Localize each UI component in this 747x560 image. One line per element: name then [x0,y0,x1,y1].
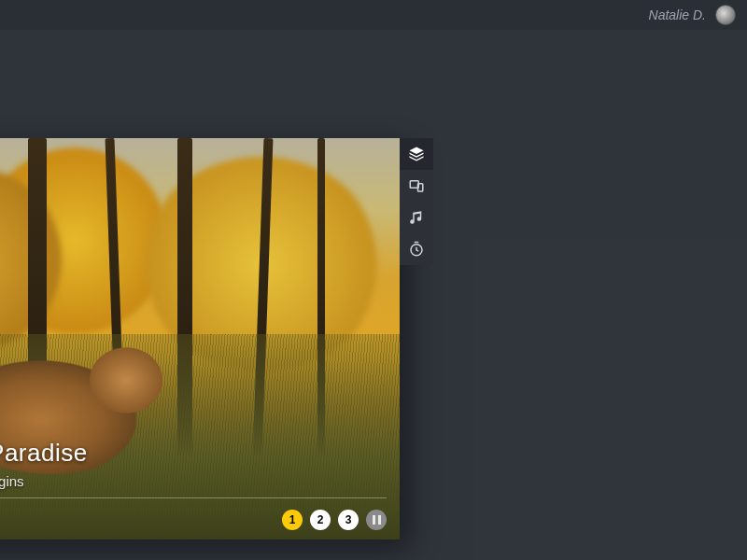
page-button-2[interactable]: 2 [310,510,331,530]
slide-panel: Backyard Is Paradise Wildlife Photograph… [0,138,400,539]
tool-layers[interactable] [400,138,433,170]
devices-icon [408,177,425,194]
tool-music[interactable] [400,202,433,233]
user-name[interactable]: Natalie D. [649,7,706,22]
music-icon [408,209,425,226]
slide-pager: 1 2 3 [282,510,387,530]
slide-title: Backyard Is Paradise [0,439,400,468]
avatar[interactable] [715,5,736,25]
page-button-1[interactable]: 1 [282,510,303,530]
page-button-3[interactable]: 3 [338,510,359,530]
slide-caption: Backyard Is Paradise Wildlife Photograph… [0,439,400,489]
pause-button[interactable] [366,510,387,530]
caption-divider [0,497,387,498]
tool-devices[interactable] [400,170,433,202]
tool-rail [400,138,433,265]
slide-subtitle: Wildlife Photography Begins [0,473,400,489]
tool-timer[interactable] [400,233,433,265]
top-bar: Natalie D. [0,0,747,30]
layers-icon [408,146,425,162]
pause-icon [373,515,375,525]
timer-icon [408,241,425,258]
